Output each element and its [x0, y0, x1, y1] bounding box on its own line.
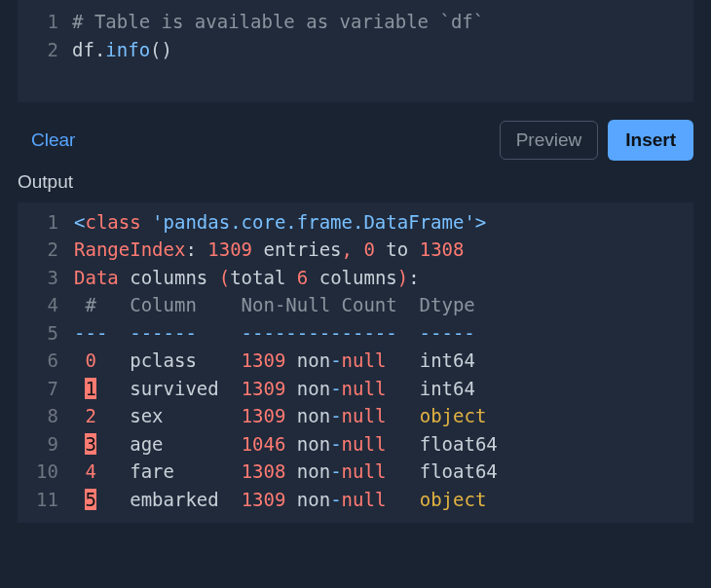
line-number: 6: [18, 347, 74, 375]
token: survived: [96, 378, 242, 399]
token: non: [285, 433, 330, 455]
token: 'pandas.core.frame.DataFrame'>: [141, 211, 487, 233]
token: [486, 489, 497, 510]
token: [386, 489, 419, 510]
token: sex: [96, 405, 242, 426]
token: fare: [96, 460, 242, 482]
token: [353, 239, 363, 260]
line-content: # Table is available as variable `df`: [72, 8, 693, 36]
line-content: # Column Non-Null Count Dtype: [74, 291, 693, 319]
output-line: 11 5 embarked 1309 non-null object: [18, 486, 693, 514]
output-line: 6 0 pclass 1309 non-null int64: [18, 347, 693, 375]
token: age: [96, 433, 242, 455]
line-number: 2: [18, 236, 74, 264]
token: # Table is available as variable `df`: [72, 11, 484, 32]
code-line: 2df.info(): [18, 36, 693, 64]
output-panel: 1<class 'pandas.core.frame.DataFrame'>2R…: [18, 202, 693, 524]
token: 1308: [420, 239, 465, 260]
token: (: [219, 267, 230, 288]
token: [486, 405, 497, 426]
token: -: [330, 349, 341, 371]
output-label: Output: [0, 168, 711, 202]
code-editor[interactable]: 1# Table is available as variable `df`2d…: [18, 0, 693, 102]
token: 1: [85, 378, 95, 399]
output-line: 9 3 age 1046 non-null float64: [18, 430, 693, 459]
line-number: 4: [18, 291, 74, 319]
token: object: [420, 405, 487, 426]
line-content: 4 fare 1308 non-null float64: [74, 458, 693, 486]
token: 3: [85, 433, 95, 455]
line-number: 10: [18, 458, 74, 486]
token: non: [285, 405, 330, 426]
token: 5: [85, 489, 95, 510]
token: -: [330, 433, 341, 455]
token: total: [230, 267, 297, 288]
token: columns: [308, 267, 397, 288]
line-content: Data columns (total 6 columns):: [74, 264, 693, 292]
token: 4: [85, 460, 95, 482]
token: RangeIndex: [74, 239, 185, 260]
token: int64: [386, 378, 497, 399]
line-number: 1: [18, 208, 74, 237]
token: :: [185, 239, 207, 260]
output-line: 1<class 'pandas.core.frame.DataFrame'>: [18, 208, 693, 237]
token: null: [342, 349, 387, 371]
insert-button[interactable]: Insert: [608, 120, 693, 161]
line-number: 5: [18, 319, 74, 348]
token: -: [330, 460, 341, 482]
token: :: [408, 267, 419, 288]
token: 1308: [242, 460, 286, 482]
line-number: 8: [18, 402, 74, 430]
token: to: [375, 239, 420, 260]
token: -: [330, 405, 341, 426]
token: info: [105, 39, 150, 60]
line-number: 1: [18, 8, 72, 36]
token: 1046: [242, 433, 286, 455]
line-number: 2: [18, 36, 72, 64]
token: null: [342, 489, 387, 510]
line-number: 3: [18, 264, 74, 292]
token: non: [285, 460, 330, 482]
token: 6: [297, 267, 308, 288]
code-line: 1# Table is available as variable `df`: [18, 8, 693, 36]
token: ,: [342, 239, 353, 260]
token: columns: [119, 267, 219, 288]
line-number: 9: [18, 430, 74, 459]
token: null: [342, 405, 387, 426]
line-number: 7: [18, 375, 74, 403]
token: [74, 405, 85, 426]
token: 1309: [242, 489, 286, 510]
token: [74, 460, 85, 482]
output-line: 4 # Column Non-Null Count Dtype: [18, 291, 693, 319]
output-line: 10 4 fare 1308 non-null float64: [18, 458, 693, 486]
token: non: [285, 489, 330, 510]
line-content: 1 survived 1309 non-null int64: [74, 375, 693, 403]
token: embarked: [96, 489, 242, 510]
preview-button[interactable]: Preview: [500, 121, 599, 160]
token: [74, 433, 85, 455]
clear-button[interactable]: Clear: [23, 126, 83, 155]
token: float64: [386, 460, 497, 482]
line-content: 5 embarked 1309 non-null object: [74, 486, 693, 514]
token: non: [285, 349, 330, 371]
token: null: [342, 378, 387, 399]
token: ): [397, 267, 408, 288]
token: 1309: [242, 378, 286, 399]
token: 1309: [242, 349, 286, 371]
token: 1309: [207, 239, 252, 260]
token: entries: [252, 239, 342, 260]
token: (): [150, 39, 172, 60]
token: object: [420, 489, 487, 510]
token: [74, 378, 85, 399]
token: float64: [386, 433, 497, 455]
token: df: [72, 39, 94, 60]
token: pclass: [96, 349, 242, 371]
output-line: 2RangeIndex: 1309 entries, 0 to 1308: [18, 236, 693, 264]
token: --- ------ -------------- -----: [74, 322, 498, 344]
token: null: [342, 460, 387, 482]
line-number: 11: [18, 486, 74, 514]
output-line: 3Data columns (total 6 columns):: [18, 264, 693, 292]
token: non: [285, 378, 330, 399]
token: class: [85, 211, 140, 233]
line-content: df.info(): [72, 36, 693, 64]
